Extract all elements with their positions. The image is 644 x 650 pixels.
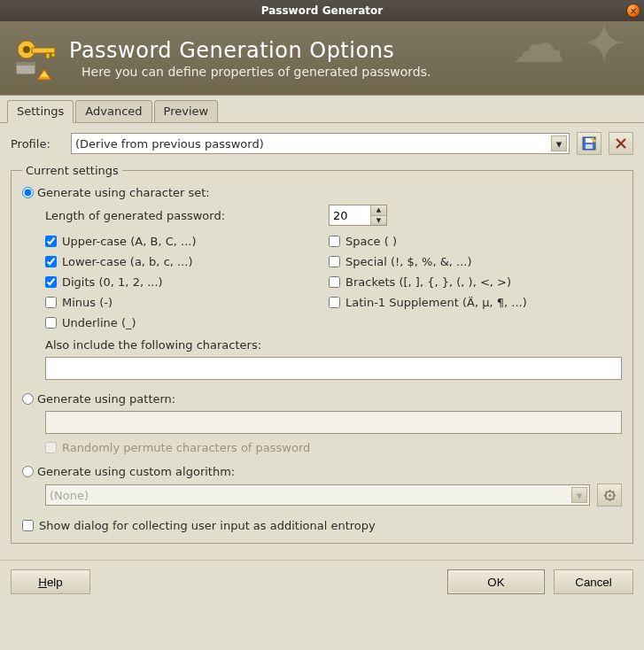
- current-settings-legend: Current settings: [22, 164, 122, 177]
- cb-permute: Randomly permute characters of password: [45, 441, 622, 454]
- include-input[interactable]: [45, 357, 622, 380]
- tab-settings[interactable]: Settings: [7, 100, 74, 123]
- chevron-down-icon: ▾: [551, 135, 567, 151]
- cb-upper-box[interactable]: [45, 236, 57, 247]
- pattern-input[interactable]: [45, 411, 622, 434]
- mode-custom-radio[interactable]: [22, 466, 34, 477]
- cb-brackets[interactable]: Brackets ([, ], {, }, (, ), <, >): [329, 275, 622, 289]
- cb-space[interactable]: Space ( ): [329, 235, 622, 248]
- chevron-down-icon: ▾: [571, 487, 587, 503]
- cb-special[interactable]: Special (!, $, %, &, ...): [329, 255, 622, 268]
- include-label: Also include the following characters:: [45, 338, 622, 352]
- save-profile-button[interactable]: [577, 132, 601, 155]
- cb-underline-box[interactable]: [45, 317, 57, 329]
- svg-rect-2: [32, 48, 55, 53]
- tabstrip: Settings Advanced Preview: [0, 96, 644, 123]
- profile-value: (Derive from previous password): [75, 137, 264, 151]
- cb-permute-box: [45, 442, 57, 453]
- cb-lower-box[interactable]: [45, 256, 57, 267]
- help-button[interactable]: Help: [11, 569, 90, 594]
- tab-advanced[interactable]: Advanced: [75, 100, 151, 123]
- cb-special-box[interactable]: [329, 256, 340, 267]
- svg-rect-3: [46, 53, 50, 58]
- window-title: Password Generator: [0, 4, 644, 17]
- length-spinner[interactable]: ▲ ▼: [329, 205, 387, 226]
- cb-latin1-box[interactable]: [329, 297, 340, 308]
- cb-digits-box[interactable]: [45, 276, 57, 288]
- custom-value: (None): [50, 489, 89, 502]
- current-settings-group: Current settings Generate using characte…: [11, 164, 633, 544]
- cb-latin1[interactable]: Latin-1 Supplement (Ä, µ, ¶, ...): [329, 296, 622, 309]
- cb-upper[interactable]: Upper-case (A, B, C, ...): [45, 235, 329, 248]
- svg-point-13: [609, 494, 611, 497]
- length-input[interactable]: [330, 205, 370, 225]
- cb-digits[interactable]: Digits (0, 1, 2, ...): [45, 275, 329, 289]
- mode-charset-radio[interactable]: [22, 187, 34, 198]
- save-disk-icon: [582, 136, 596, 151]
- spinner-down-icon[interactable]: ▼: [371, 216, 386, 226]
- cb-space-box[interactable]: [329, 236, 340, 247]
- delete-profile-button[interactable]: [609, 132, 633, 155]
- mode-charset-label: Generate using character set:: [37, 186, 210, 199]
- svg-rect-11: [586, 144, 593, 149]
- header: ☁ ✦ Password Generation Options Here you…: [0, 21, 644, 96]
- custom-select: (None) ▾: [45, 484, 590, 506]
- cb-brackets-box[interactable]: [329, 276, 340, 288]
- cb-minus-box[interactable]: [45, 297, 57, 308]
- custom-settings-button[interactable]: [597, 484, 622, 507]
- profile-select[interactable]: (Derive from previous password) ▾: [71, 133, 570, 154]
- mode-pattern-label: Generate using pattern:: [37, 392, 175, 406]
- ok-button[interactable]: OK: [447, 569, 545, 594]
- button-bar: Help OK Cancel: [0, 560, 644, 603]
- length-label: Length of generated password:: [45, 209, 329, 222]
- header-title: Password Generation Options: [69, 38, 431, 63]
- cb-entropy-box[interactable]: [22, 520, 34, 531]
- delete-x-icon: [615, 137, 627, 150]
- profile-label: Profile:: [11, 137, 64, 151]
- svg-rect-4: [51, 53, 55, 57]
- cb-lower[interactable]: Lower-case (a, b, c, ...): [45, 255, 329, 268]
- titlebar: Password Generator ×: [0, 0, 644, 21]
- svg-rect-6: [16, 62, 35, 66]
- header-subtitle: Here you can define properties of genera…: [81, 65, 431, 79]
- tab-preview[interactable]: Preview: [154, 100, 219, 123]
- gear-icon: [603, 489, 617, 502]
- cb-entropy[interactable]: Show dialog for collecting user input as…: [22, 519, 622, 532]
- mode-custom-label: Generate using custom algorithm:: [37, 465, 235, 478]
- spinner-up-icon[interactable]: ▲: [371, 205, 386, 216]
- cancel-button[interactable]: Cancel: [554, 569, 633, 594]
- mode-pattern-radio[interactable]: [22, 393, 34, 405]
- svg-point-1: [23, 46, 30, 53]
- key-icon: [11, 34, 60, 83]
- cb-underline[interactable]: Underline (_): [45, 316, 329, 329]
- header-decoration: ☁ ✦: [512, 21, 626, 74]
- cb-minus[interactable]: Minus (-): [45, 296, 329, 309]
